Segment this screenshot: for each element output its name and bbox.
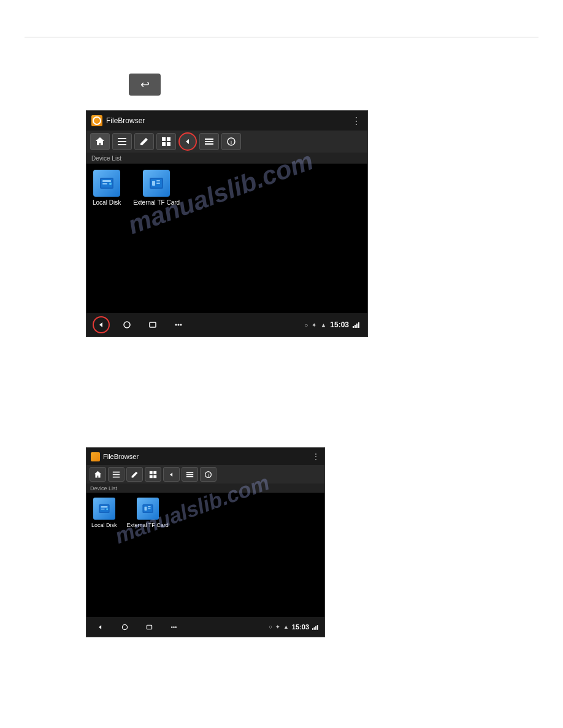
- info-button-1[interactable]: i: [221, 133, 241, 150]
- nav-more-button-1[interactable]: [170, 316, 187, 333]
- status-bar-2: ○ ✦ ▲ 15:03: [269, 623, 320, 631]
- screenshot-1: FileBrowser ⋮ i Dev: [86, 110, 368, 337]
- app-icon-2: [91, 452, 100, 461]
- svg-rect-21: [156, 183, 160, 184]
- app-icon-1: [91, 115, 102, 126]
- menu-button-1[interactable]: [199, 133, 219, 150]
- svg-point-16: [109, 183, 112, 185]
- svg-rect-51: [148, 506, 151, 507]
- svg-point-24: [175, 324, 177, 326]
- home-button-1[interactable]: [90, 133, 110, 150]
- svg-rect-29: [356, 324, 358, 328]
- toolbar-2: i: [86, 465, 324, 483]
- file-area-2: Local Disk External TF Card: [86, 493, 324, 533]
- grid-button-1[interactable]: [156, 133, 176, 150]
- svg-rect-46: [101, 509, 104, 510]
- svg-point-26: [180, 324, 182, 326]
- title-bar-1: FileBrowser ⋮: [86, 111, 367, 131]
- bottom-nav-2: ○ ✦ ▲ 15:03: [86, 617, 324, 637]
- svg-rect-14: [102, 180, 111, 182]
- svg-point-55: [171, 626, 172, 628]
- nav-home-button-1[interactable]: [118, 316, 136, 333]
- menu-dots-2[interactable]: ⋮: [312, 452, 320, 461]
- external-tf-card-label-2: External TF Card: [127, 522, 169, 528]
- svg-rect-1: [118, 141, 126, 142]
- device-list-label-1: Device List: [86, 153, 367, 164]
- svg-rect-15: [102, 183, 107, 184]
- svg-point-57: [175, 626, 176, 628]
- svg-rect-30: [358, 322, 359, 328]
- external-tf-card-label-1: External TF Card: [133, 199, 180, 206]
- status-icon-3: ▲: [320, 322, 326, 328]
- svg-rect-7: [205, 138, 213, 140]
- svg-point-22: [124, 322, 130, 328]
- local-disk-item-2[interactable]: Local Disk: [91, 498, 117, 528]
- nav-more-button-2[interactable]: [165, 618, 182, 635]
- signal-icon-1: [353, 322, 361, 328]
- status-icon-s2-3: ▲: [283, 624, 289, 630]
- svg-rect-50: [144, 507, 147, 510]
- status-bar-1: ○ ✦ ▲ 15:03: [304, 320, 361, 329]
- svg-rect-58: [312, 628, 313, 630]
- top-divider: [25, 37, 538, 37]
- external-tf-card-item-1[interactable]: External TF Card: [133, 170, 180, 206]
- home-button-2[interactable]: [90, 467, 106, 482]
- svg-rect-20: [156, 180, 160, 181]
- menu-dots-1[interactable]: ⋮: [351, 115, 362, 127]
- svg-rect-9: [205, 143, 213, 145]
- svg-rect-54: [147, 625, 151, 629]
- nav-back-button-2[interactable]: [91, 618, 109, 635]
- edit-button-2[interactable]: [126, 467, 143, 482]
- local-disk-label-1: Local Disk: [93, 199, 121, 206]
- status-icon-s2-2: ✦: [275, 624, 280, 630]
- local-disk-icon-2: [93, 498, 115, 520]
- list-view-button-1[interactable]: [112, 133, 132, 150]
- svg-rect-61: [317, 625, 318, 630]
- nav-recent-button-1[interactable]: [144, 316, 161, 333]
- svg-rect-23: [150, 322, 156, 327]
- external-tf-card-item-2[interactable]: External TF Card: [127, 498, 169, 528]
- screenshot-2: FileBrowser ⋮ i Device List: [86, 447, 325, 637]
- list-view-button-2[interactable]: [108, 467, 124, 482]
- svg-rect-5: [162, 142, 166, 146]
- nav-back-button-circled-1[interactable]: [93, 316, 110, 333]
- svg-rect-8: [205, 141, 213, 142]
- svg-point-56: [173, 626, 174, 628]
- svg-rect-35: [153, 471, 156, 474]
- svg-rect-28: [354, 325, 356, 328]
- external-tf-card-icon-1: [143, 170, 170, 197]
- svg-rect-60: [315, 626, 316, 629]
- signal-icon-2: [312, 624, 320, 630]
- menu-button-2[interactable]: [182, 467, 198, 482]
- svg-rect-32: [113, 474, 120, 475]
- local-disk-item-1[interactable]: Local Disk: [93, 170, 121, 206]
- svg-point-53: [122, 624, 127, 629]
- status-icon-2: ✦: [312, 322, 316, 328]
- svg-rect-40: [186, 476, 193, 477]
- nav-home-button-2[interactable]: [116, 618, 133, 635]
- svg-rect-33: [113, 476, 120, 477]
- grid-button-2[interactable]: [145, 467, 161, 482]
- toolbar-1: i: [86, 131, 367, 153]
- svg-rect-3: [162, 137, 166, 141]
- back-button-2[interactable]: [163, 467, 180, 482]
- svg-rect-34: [150, 471, 153, 474]
- edit-button-1[interactable]: [134, 133, 154, 150]
- svg-rect-4: [167, 137, 170, 141]
- svg-rect-0: [118, 138, 126, 139]
- svg-rect-27: [353, 326, 354, 328]
- svg-rect-2: [118, 144, 126, 145]
- back-button-circled-1[interactable]: [178, 132, 197, 151]
- local-disk-label-2: Local Disk: [91, 522, 117, 528]
- standalone-back-button[interactable]: ↩: [129, 74, 161, 96]
- svg-rect-36: [150, 475, 153, 478]
- nav-recent-button-2[interactable]: [140, 618, 158, 635]
- status-icon-s2-1: ○: [269, 624, 272, 630]
- svg-rect-38: [186, 472, 193, 473]
- status-time-1: 15:03: [330, 320, 349, 329]
- svg-rect-31: [113, 471, 120, 472]
- info-button-2[interactable]: i: [200, 467, 216, 482]
- file-area-1: Local Disk External TF Card: [86, 164, 367, 212]
- status-time-2: 15:03: [292, 623, 309, 631]
- svg-rect-39: [186, 474, 193, 475]
